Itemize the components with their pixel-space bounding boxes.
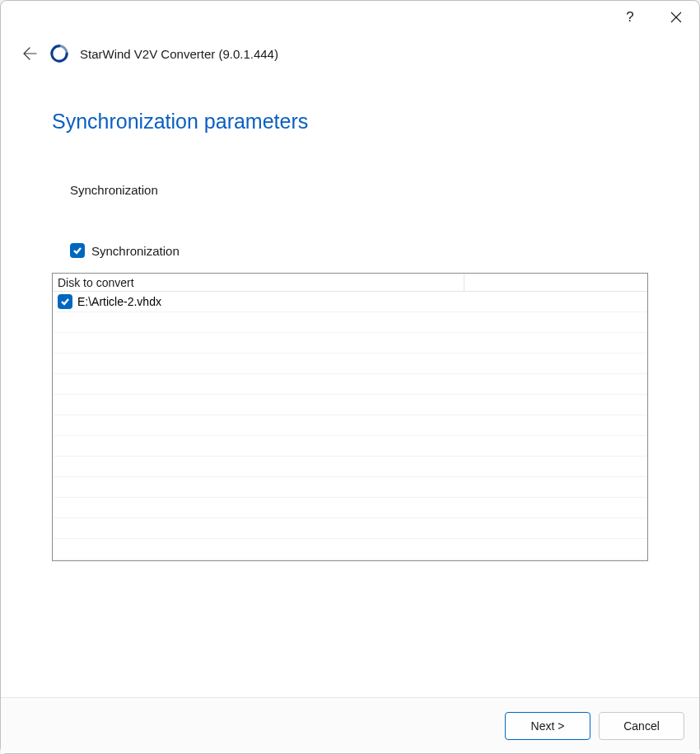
table-row-empty (53, 333, 647, 354)
sync-checkbox-label: Synchronization (91, 244, 180, 258)
table-row-empty (53, 457, 647, 477)
table-row-empty (53, 374, 647, 395)
disk-table: Disk to convert E:\Article-2.vhdx (52, 273, 648, 561)
sync-checkbox[interactable] (70, 243, 85, 258)
close-icon (670, 12, 682, 23)
help-icon: ? (626, 9, 633, 26)
back-arrow-icon (20, 44, 38, 63)
cancel-button[interactable]: Cancel (599, 712, 684, 740)
section-label: Synchronization (70, 183, 648, 197)
next-button[interactable]: Next > (505, 712, 590, 740)
header: StarWind V2V Converter (9.0.1.444) (1, 34, 699, 67)
content-area: Synchronization parameters Synchronizati… (1, 67, 699, 697)
table-body: E:\Article-2.vhdx (53, 292, 647, 560)
checkmark-icon (72, 246, 82, 255)
app-logo-icon (50, 44, 68, 63)
row-checkbox[interactable] (58, 294, 72, 309)
table-header-row: Disk to convert (53, 274, 647, 292)
table-row-empty (53, 477, 647, 498)
table-header-col2[interactable] (464, 274, 647, 292)
table-row-empty (53, 312, 647, 333)
app-window: ? StarWind V2V Converter (9.0.1.444) Syn… (0, 0, 700, 754)
checkmark-icon (60, 297, 70, 307)
table-row-empty (53, 436, 647, 457)
help-button[interactable]: ? (622, 9, 638, 26)
page-title: Synchronization parameters (52, 110, 648, 133)
table-row-empty (53, 518, 647, 539)
table-header-disk[interactable]: Disk to convert (53, 274, 464, 292)
table-row-empty (53, 415, 647, 436)
table-row-empty (53, 395, 647, 415)
table-cell-disk: E:\Article-2.vhdx (53, 292, 464, 311)
table-cell-col2 (464, 292, 647, 311)
table-row-empty (53, 539, 647, 560)
sync-checkbox-row: Synchronization (70, 243, 648, 258)
back-button[interactable] (19, 44, 39, 63)
footer: Next > Cancel (1, 697, 699, 753)
disk-path-label: E:\Article-2.vhdx (77, 295, 161, 308)
app-title: StarWind V2V Converter (9.0.1.444) (80, 47, 278, 61)
table-row[interactable]: E:\Article-2.vhdx (53, 292, 647, 312)
close-button[interactable] (668, 9, 684, 26)
table-row-empty (53, 354, 647, 374)
titlebar: ? (1, 1, 699, 34)
table-row-empty (53, 498, 647, 518)
